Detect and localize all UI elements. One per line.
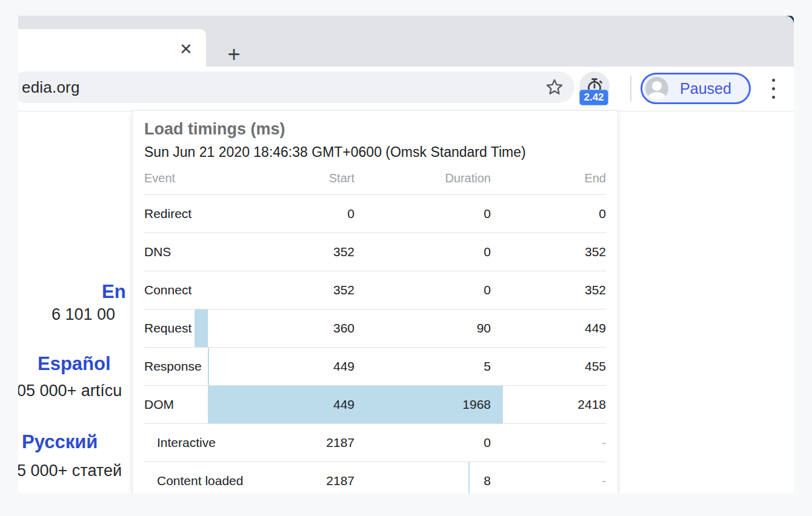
table-row: Response4495455 <box>144 347 606 385</box>
cell-start: 352 <box>258 245 354 259</box>
wiki-article-count-english: 6 101 00 <box>52 305 115 324</box>
url-text[interactable]: edia.org <box>22 78 80 97</box>
table-row: Interactive21870- <box>144 423 606 461</box>
cell-end: 352 <box>491 283 606 297</box>
bookmark-star-icon[interactable] <box>544 77 565 98</box>
wiki-article-count-espanol: 05 000+ artícu <box>18 382 122 400</box>
cell-duration: 0 <box>354 283 491 297</box>
table-row: Connect3520352 <box>144 271 606 309</box>
cell-end: - <box>491 474 606 488</box>
popup-timestamp: Sun Jun 21 2020 18:46:38 GMT+0600 (Omsk … <box>144 144 606 160</box>
cell-event: DNS <box>144 245 258 259</box>
cell-duration: 8 <box>354 474 491 488</box>
cell-event: Interactive <box>144 435 258 450</box>
wiki-article-count-russian: 5 000+ статей <box>18 461 122 480</box>
cell-start: 449 <box>258 359 354 374</box>
tab-close-icon[interactable]: ✕ <box>177 40 195 58</box>
cell-start: 360 <box>258 321 354 336</box>
cell-event: Redirect <box>144 207 258 221</box>
table-row: DOM44919682418 <box>144 385 606 423</box>
active-tab[interactable]: ✕ <box>18 29 206 69</box>
browser-toolbar: edia.org 2.42 Paused <box>18 67 794 111</box>
col-header-event: Event <box>144 171 258 185</box>
table-row: DNS3520352 <box>144 233 606 271</box>
cell-duration: 90 <box>354 321 491 336</box>
profile-paused-label: Paused <box>668 80 749 98</box>
wiki-lang-link-russian[interactable]: Русский <box>22 431 98 453</box>
new-tab-button[interactable]: + <box>218 44 250 65</box>
cell-start: 449 <box>258 397 354 412</box>
col-header-duration: Duration <box>354 171 491 185</box>
cell-start: 352 <box>258 283 354 297</box>
cell-event: Connect <box>144 283 258 297</box>
profile-paused-button[interactable]: Paused <box>641 73 751 104</box>
cell-end: 352 <box>491 245 606 259</box>
popup-title: Load timings (ms) <box>144 120 606 139</box>
table-row: Request36090449 <box>144 309 606 347</box>
cell-event: Content loaded <box>144 474 258 488</box>
timings-table: Event Start Duration End Redirect000DNS3… <box>144 162 606 494</box>
cell-end: 0 <box>491 207 606 221</box>
cell-end: 449 <box>491 321 606 336</box>
cell-end: 455 <box>491 359 606 374</box>
cell-duration: 5 <box>354 359 491 374</box>
col-header-end: End <box>491 171 606 185</box>
cell-end: - <box>491 435 606 450</box>
cell-start: 0 <box>258 207 354 221</box>
col-header-start: Start <box>258 171 354 185</box>
cell-end: 2418 <box>491 397 606 412</box>
browser-window: ✕ + edia.org 2.42 Paused <box>18 16 794 494</box>
cell-event: Response <box>144 359 258 374</box>
tab-strip: ✕ + <box>18 16 794 67</box>
toolbar-divider <box>630 76 631 102</box>
extension-badge: 2.42 <box>579 90 608 105</box>
table-row: Redirect000 <box>144 194 606 233</box>
load-timings-popup: Load timings (ms) Sun Jun 21 2020 18:46:… <box>132 110 618 494</box>
table-row: Content loaded21878- <box>144 461 606 494</box>
cell-event: Request <box>144 321 258 336</box>
cell-duration: 0 <box>354 245 491 259</box>
cell-duration: 0 <box>354 207 491 221</box>
avatar-icon <box>645 77 668 100</box>
cell-duration: 0 <box>354 435 491 450</box>
table-header-row: Event Start Duration End <box>144 162 606 194</box>
cell-event: DOM <box>144 397 258 412</box>
address-bar[interactable]: edia.org <box>18 71 574 103</box>
cell-start: 2187 <box>258 435 354 450</box>
wiki-lang-link-english[interactable]: En <box>102 281 126 303</box>
browser-menu-icon[interactable] <box>760 73 787 104</box>
cell-start: 2187 <box>258 474 354 488</box>
wiki-lang-link-espanol[interactable]: Español <box>38 353 111 375</box>
cell-duration: 1968 <box>354 397 491 412</box>
